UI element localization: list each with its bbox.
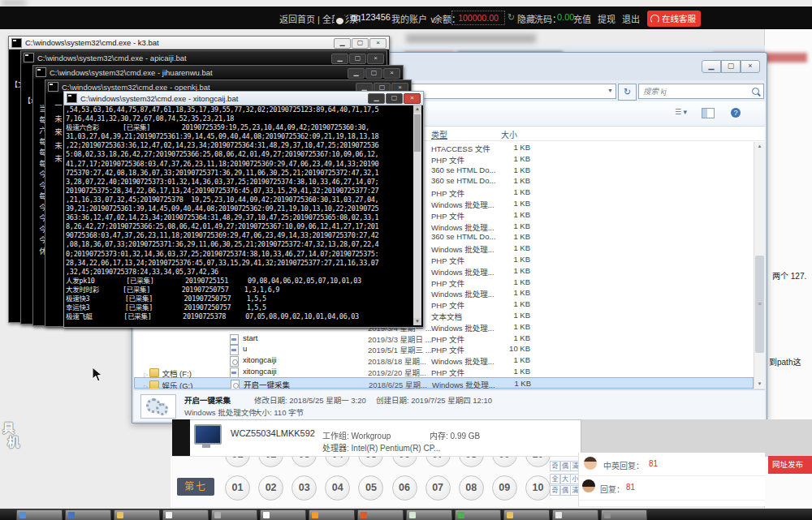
refresh-button[interactable]: ↻ [618,84,637,101]
address-bar[interactable]: ▼ [410,84,616,99]
minimize-button[interactable]: ▁ [368,93,385,104]
scroll-up-icon[interactable]: ▲ [413,105,421,113]
search-input[interactable]: 搜索 kj [638,84,764,99]
cmd-icon [36,67,46,77]
cmd-window-xitongcaij[interactable]: C:\windows\system32\cmd.exe - xitongcaij… [63,91,424,328]
scrollbar-thumb[interactable]: ≡ [755,256,764,353]
help-icon[interactable]: ? [731,108,741,118]
expand-icon[interactable]: ▷ [144,384,148,389]
nav-links[interactable]: 返回首页 | 全部彩票 [279,12,358,25]
column-header-size[interactable]: 大小 [501,128,517,140]
bet-number-06[interactable]: 06 [392,456,417,467]
minimize-button[interactable]: ▁ [334,38,351,49]
file-name: xitongcaiji [243,355,277,364]
sidebar-item-F[interactable]: ▷文档 (F:) [144,367,192,379]
scrollbar-thumb[interactable] [414,114,421,152]
bet-number-04[interactable]: 04 [325,475,350,501]
file-row[interactable]: 开启一键采集2018/6/25 星期...Windows 批处理...1 KB [134,377,754,389]
maximize-button[interactable]: ▢ [386,93,403,104]
column-header-type[interactable]: 类型 [431,128,447,140]
close-button[interactable]: × [404,93,421,104]
preview-pane-icon[interactable] [702,108,715,118]
taskbar-button-app-window[interactable] [406,509,452,520]
bet-number-09[interactable]: 09 [492,456,517,467]
taskbar-button-app-window[interactable] [16,509,63,520]
file-size: 1 KB [498,143,530,152]
close-button[interactable]: × [369,38,387,49]
bet-number-01[interactable]: 01 [225,475,250,501]
maximize-button[interactable]: ▢ [349,54,366,64]
bet-number-03[interactable]: 03 [292,456,317,467]
bet-number-02[interactable]: 02 [258,456,283,467]
close-button[interactable]: × [383,68,400,79]
recharge-link[interactable]: 充值 [573,12,591,25]
scroll-down-icon[interactable]: ▼ [755,380,764,389]
maximize-button[interactable]: ▢ [352,38,369,49]
bet-number-01[interactable]: 01 [225,456,250,467]
bet-number-10[interactable]: 10 [525,475,551,501]
minimize-button[interactable]: ▁ [348,68,365,79]
bet-number-02[interactable]: 02 [258,475,283,501]
taskbar-button-app-window[interactable] [357,509,404,520]
bet-number-03[interactable]: 03 [292,475,317,501]
maximize-button[interactable]: ▢ [365,68,382,79]
app-window-icon [361,512,367,518]
maximize-button[interactable]: ▢ [721,60,741,73]
expand-icon[interactable]: ▷ [144,372,148,377]
memory-label: 内存: 0.99 GB [430,429,480,441]
taskbar-button-app-window[interactable] [601,509,647,520]
minimize-button[interactable]: ▁ [702,60,721,73]
hide-balance-button[interactable]: 隐藏 [517,12,535,25]
bet-number-10[interactable]: 10 [525,456,551,467]
quick-select-奇[interactable]: 奇 [550,461,560,471]
bet-number-08[interactable]: 08 [459,456,484,467]
taskbar-button-app-window[interactable] [65,509,111,520]
file-row[interactable]: u2019/5/1 星期三 ...PHP 文件10 KB [134,343,754,355]
taskbar-button-app-window[interactable] [309,509,355,520]
bet-number-08[interactable]: 08 [459,475,484,501]
bet-number-07[interactable]: 07 [425,475,451,501]
taskbar-button-document-window[interactable] [552,509,598,520]
taskbar-button-app-window[interactable] [211,509,257,520]
taskbar-button-folder-window[interactable] [114,509,160,520]
taskbar-button-document-window[interactable] [162,509,209,520]
taskbar-button-folder-window[interactable] [503,509,550,520]
details-pane: 开启一键采集 修改日期: 2018/5/25 星期一 3:20 创建日期: 20… [134,389,765,421]
bet-number-04[interactable]: 04 [325,456,350,467]
file-row[interactable]: xitongcaiji2019/2/20 星期...PHP 文件1 KB [134,366,754,377]
quick-select-清[interactable]: 清 [570,485,578,496]
file-size: 1 KB [498,255,530,264]
taskbar-button-app-window[interactable] [455,509,501,520]
scroll-up-icon[interactable]: ▲ [755,142,764,151]
quick-select-大[interactable]: 大 [560,474,571,484]
file-row[interactable]: xitongcaiji2018/8/18 星期...Windows 批处理...… [134,355,754,366]
sidebar-item-G[interactable]: ▷娱乐 (G:) [144,380,192,389]
account-menu[interactable]: 我的账户 ∨ [391,12,436,25]
bet-number-05[interactable]: 05 [358,456,383,467]
site-notice-tag[interactable]: 网址发布 [768,456,812,474]
bet-number-05[interactable]: 05 [358,475,383,501]
chevron-down-icon[interactable]: ▼ [607,88,613,93]
taskbar-button-document-window[interactable] [260,509,306,520]
bet-number-07[interactable]: 07 [425,456,451,467]
change-view-button[interactable]: ☰ ▾ [675,108,687,116]
bet-number-06[interactable]: 06 [392,475,417,501]
withdraw-link[interactable]: 提现 [598,12,615,25]
refresh-balance-icon[interactable]: ↻ [508,12,515,23]
close-button[interactable]: × [367,54,384,64]
bet-number-09[interactable]: 09 [492,475,517,501]
file-row[interactable]: start2019/3/3 星期日 ...PHP 文件1 KB [134,333,754,344]
console-scrollbar[interactable]: ▲ ▼ [413,105,421,325]
close-button[interactable]: × [741,60,760,73]
minimize-button[interactable]: ▁ [331,54,348,64]
quick-select-奇[interactable]: 奇 [550,485,560,496]
logout-link[interactable]: 退出 [622,12,640,25]
quick-select-清[interactable]: 清 [570,461,578,471]
quick-select-偶[interactable]: 偶 [560,461,571,471]
file-list-scrollbar[interactable]: ▲ ≡ ▼ [754,142,765,389]
scroll-down-icon[interactable]: ▼ [413,318,421,325]
online-service-button[interactable]: 在线客服 [647,11,701,27]
quick-select-小[interactable]: 小 [570,474,578,484]
quick-select-偶[interactable]: 偶 [560,485,571,496]
quick-select-全[interactable]: 全 [550,474,560,484]
